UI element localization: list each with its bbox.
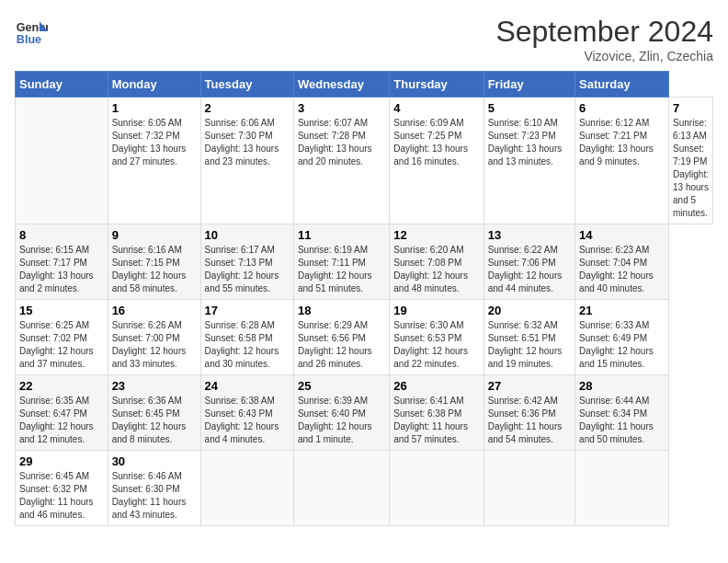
day-number: 7: [673, 101, 709, 115]
day-info: Sunrise: 6:45 AMSunset: 6:32 PMDaylight:…: [19, 470, 104, 522]
day-header-friday: Friday: [483, 72, 574, 98]
calendar-table: SundayMondayTuesdayWednesdayThursdayFrid…: [15, 71, 713, 526]
day-info: Sunrise: 6:29 AMSunset: 6:56 PMDaylight:…: [298, 319, 385, 371]
calendar-cell: [575, 451, 669, 526]
day-info: Sunrise: 6:32 AMSunset: 6:51 PMDaylight:…: [488, 319, 571, 371]
calendar-cell: 28Sunrise: 6:44 AMSunset: 6:34 PMDayligh…: [575, 375, 669, 451]
day-number: 13: [488, 228, 571, 242]
calendar-cell: 16Sunrise: 6:26 AMSunset: 7:00 PMDayligh…: [108, 300, 200, 375]
calendar-cell: [483, 451, 574, 526]
day-number: 10: [205, 228, 290, 242]
day-number: 20: [488, 304, 571, 317]
day-info: Sunrise: 6:06 AMSunset: 7:30 PMDaylight:…: [205, 117, 290, 168]
week-row-4: 22Sunrise: 6:35 AMSunset: 6:47 PMDayligh…: [16, 375, 713, 451]
day-number: 3: [298, 101, 385, 115]
day-number: 18: [298, 304, 385, 317]
calendar-cell: 29Sunrise: 6:45 AMSunset: 6:32 PMDayligh…: [16, 451, 108, 526]
calendar-cell: 10Sunrise: 6:17 AMSunset: 7:13 PMDayligh…: [200, 224, 293, 300]
day-header-tuesday: Tuesday: [200, 72, 293, 98]
header: General Blue September 2024 Vizovice, Zl…: [15, 15, 713, 63]
day-info: Sunrise: 6:19 AMSunset: 7:11 PMDaylight:…: [298, 244, 385, 295]
calendar-cell: 21Sunrise: 6:33 AMSunset: 6:49 PMDayligh…: [575, 300, 669, 375]
day-info: Sunrise: 6:15 AMSunset: 7:17 PMDaylight:…: [19, 244, 104, 295]
week-row-1: 1Sunrise: 6:05 AMSunset: 7:32 PMDaylight…: [16, 98, 713, 224]
calendar-cell: 5Sunrise: 6:10 AMSunset: 7:23 PMDaylight…: [483, 98, 574, 224]
day-number: 23: [112, 379, 197, 393]
week-row-5: 29Sunrise: 6:45 AMSunset: 6:32 PMDayligh…: [16, 451, 713, 526]
day-info: Sunrise: 6:23 AMSunset: 7:04 PMDaylight:…: [579, 244, 665, 295]
logo: General Blue: [15, 15, 48, 48]
calendar-cell: 14Sunrise: 6:23 AMSunset: 7:04 PMDayligh…: [575, 224, 669, 300]
calendar-cell: [16, 98, 108, 224]
day-number: 16: [112, 304, 197, 317]
day-info: Sunrise: 6:10 AMSunset: 7:23 PMDaylight:…: [488, 117, 571, 168]
day-number: 6: [579, 101, 665, 115]
day-header-wednesday: Wednesday: [293, 72, 389, 98]
calendar-cell: 6Sunrise: 6:12 AMSunset: 7:21 PMDaylight…: [575, 98, 669, 224]
day-info: Sunrise: 6:30 AMSunset: 6:53 PMDaylight:…: [393, 319, 479, 371]
day-number: 9: [112, 228, 197, 242]
week-row-3: 15Sunrise: 6:25 AMSunset: 7:02 PMDayligh…: [16, 300, 713, 375]
calendar-cell: 13Sunrise: 6:22 AMSunset: 7:06 PMDayligh…: [483, 224, 574, 300]
calendar-cell: 2Sunrise: 6:06 AMSunset: 7:30 PMDaylight…: [200, 98, 293, 224]
day-info: Sunrise: 6:22 AMSunset: 7:06 PMDaylight:…: [488, 244, 571, 295]
day-number: 29: [19, 454, 104, 468]
calendar-cell: 24Sunrise: 6:38 AMSunset: 6:43 PMDayligh…: [200, 375, 293, 451]
calendar-cell: 1Sunrise: 6:05 AMSunset: 7:32 PMDaylight…: [108, 98, 200, 224]
day-info: Sunrise: 6:38 AMSunset: 6:43 PMDaylight:…: [205, 395, 290, 446]
calendar-cell: 17Sunrise: 6:28 AMSunset: 6:58 PMDayligh…: [200, 300, 293, 375]
day-number: 24: [205, 379, 290, 393]
day-number: 1: [112, 101, 197, 115]
day-info: Sunrise: 6:12 AMSunset: 7:21 PMDaylight:…: [579, 117, 665, 168]
calendar-cell: 7Sunrise: 6:13 AMSunset: 7:19 PMDaylight…: [669, 98, 713, 224]
day-header-monday: Monday: [108, 72, 200, 98]
day-number: 5: [488, 101, 571, 115]
day-number: 28: [579, 379, 665, 393]
calendar-cell: 11Sunrise: 6:19 AMSunset: 7:11 PMDayligh…: [293, 224, 389, 300]
day-info: Sunrise: 6:05 AMSunset: 7:32 PMDaylight:…: [112, 117, 197, 168]
calendar-cell: [293, 451, 389, 526]
day-info: Sunrise: 6:35 AMSunset: 6:47 PMDaylight:…: [19, 395, 104, 446]
day-info: Sunrise: 6:16 AMSunset: 7:15 PMDaylight:…: [112, 244, 197, 295]
month-title: September 2024: [495, 15, 713, 49]
day-number: 14: [579, 228, 665, 242]
calendar-cell: 9Sunrise: 6:16 AMSunset: 7:15 PMDaylight…: [108, 224, 200, 300]
logo-icon: General Blue: [15, 15, 48, 48]
day-info: Sunrise: 6:42 AMSunset: 6:36 PMDaylight:…: [488, 395, 571, 446]
day-number: 8: [19, 228, 104, 242]
day-info: Sunrise: 6:39 AMSunset: 6:40 PMDaylight:…: [298, 395, 385, 446]
calendar-cell: 23Sunrise: 6:36 AMSunset: 6:45 PMDayligh…: [108, 375, 200, 451]
calendar-cell: 30Sunrise: 6:46 AMSunset: 6:30 PMDayligh…: [108, 451, 200, 526]
day-number: 2: [205, 101, 290, 115]
day-header-thursday: Thursday: [390, 72, 483, 98]
calendar-cell: [200, 451, 293, 526]
day-info: Sunrise: 6:20 AMSunset: 7:08 PMDaylight:…: [393, 244, 479, 295]
calendar-cell: 26Sunrise: 6:41 AMSunset: 6:38 PMDayligh…: [390, 375, 483, 451]
day-number: 11: [298, 228, 385, 242]
day-info: Sunrise: 6:46 AMSunset: 6:30 PMDaylight:…: [112, 470, 197, 522]
location: Vizovice, Zlin, Czechia: [495, 49, 713, 63]
calendar-cell: 20Sunrise: 6:32 AMSunset: 6:51 PMDayligh…: [483, 300, 574, 375]
day-info: Sunrise: 6:44 AMSunset: 6:34 PMDaylight:…: [579, 395, 665, 446]
day-info: Sunrise: 6:26 AMSunset: 7:00 PMDaylight:…: [112, 319, 197, 371]
day-header-sunday: Sunday: [16, 72, 108, 98]
header-row: SundayMondayTuesdayWednesdayThursdayFrid…: [16, 72, 713, 98]
calendar-cell: 25Sunrise: 6:39 AMSunset: 6:40 PMDayligh…: [293, 375, 389, 451]
calendar-cell: 27Sunrise: 6:42 AMSunset: 6:36 PMDayligh…: [483, 375, 574, 451]
day-number: 12: [393, 228, 479, 242]
svg-text:Blue: Blue: [17, 33, 41, 46]
calendar-cell: 8Sunrise: 6:15 AMSunset: 7:17 PMDaylight…: [16, 224, 108, 300]
day-info: Sunrise: 6:25 AMSunset: 7:02 PMDaylight:…: [19, 319, 104, 371]
day-number: 17: [205, 304, 290, 317]
day-info: Sunrise: 6:33 AMSunset: 6:49 PMDaylight:…: [579, 319, 665, 371]
day-header-saturday: Saturday: [575, 72, 669, 98]
title-area: September 2024 Vizovice, Zlin, Czechia: [495, 15, 713, 63]
day-number: 15: [19, 304, 104, 317]
day-number: 4: [393, 101, 479, 115]
day-info: Sunrise: 6:28 AMSunset: 6:58 PMDaylight:…: [205, 319, 290, 371]
day-info: Sunrise: 6:41 AMSunset: 6:38 PMDaylight:…: [393, 395, 479, 446]
day-number: 27: [488, 379, 571, 393]
day-number: 19: [393, 304, 479, 317]
calendar-cell: 3Sunrise: 6:07 AMSunset: 7:28 PMDaylight…: [293, 98, 389, 224]
day-number: 30: [112, 454, 197, 468]
